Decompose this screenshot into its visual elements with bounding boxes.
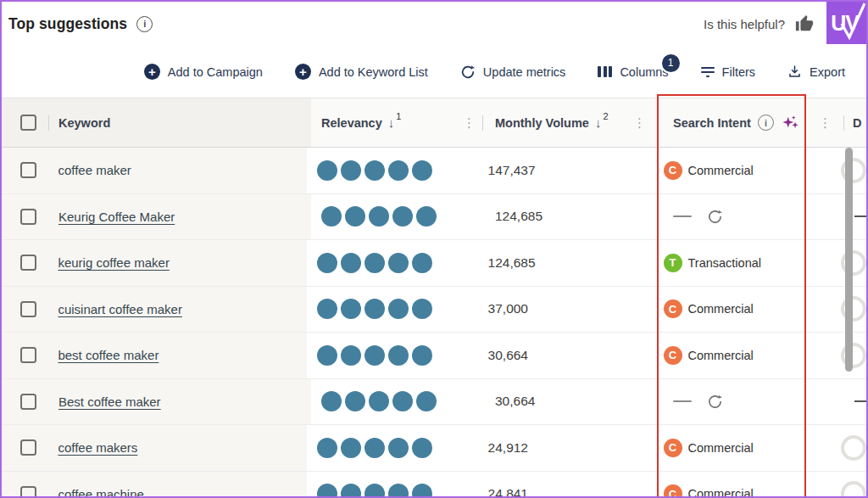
row-checkbox[interactable] <box>20 439 36 456</box>
keyword-header-cell[interactable]: Keyword <box>51 98 311 147</box>
relevancy-dots <box>317 299 432 319</box>
relevancy-cell <box>311 194 483 240</box>
sort-descending-icon[interactable] <box>388 115 395 130</box>
relevancy-dot <box>317 438 337 458</box>
add-to-keyword-list-button[interactable]: Add to Keyword List <box>295 64 428 80</box>
relevancy-dot <box>345 206 365 227</box>
add-to-campaign-button[interactable]: Add to Campaign <box>144 64 263 80</box>
partial-next-cell <box>793 148 866 193</box>
column-divider <box>48 115 49 131</box>
row-select-cell <box>2 148 50 193</box>
intent-badge-icon: C <box>664 439 682 457</box>
row-checkbox[interactable] <box>20 255 36 271</box>
search-intent-cell: C Commercial <box>648 425 794 471</box>
keyword-text[interactable]: Keurig Coffee Maker <box>58 210 175 224</box>
monthly-volume-header-cell[interactable]: Monthly Volume 2 <box>483 98 658 147</box>
partial-next-cell <box>805 379 866 425</box>
search-intent-header-cell[interactable]: Search Intent <box>658 98 805 147</box>
relevancy-dots <box>317 253 432 273</box>
page-title: Top suggestions <box>8 15 127 33</box>
export-label: Export <box>810 65 845 79</box>
keyword-header-label: Keyword <box>58 116 110 130</box>
columns-button[interactable]: Columns 1 <box>598 65 668 79</box>
relevancy-dots <box>321 206 437 227</box>
info-icon[interactable] <box>136 16 153 32</box>
partial-next-cell <box>793 472 866 498</box>
keyword-text[interactable]: best coffee maker <box>58 348 159 362</box>
relevancy-cell <box>307 472 476 498</box>
dash-icon <box>854 215 866 217</box>
relevancy-dot <box>392 206 413 227</box>
keyword-cell: coffee makers <box>50 425 306 471</box>
relevancy-dot <box>388 438 409 458</box>
columns-count-badge: 1 <box>660 53 682 74</box>
keyword-cell: coffee machine <box>50 472 306 498</box>
dash-icon <box>673 400 692 402</box>
filters-label: Filters <box>722 65 755 79</box>
row-checkbox[interactable] <box>20 162 36 178</box>
partial-next-cell <box>805 194 866 240</box>
relevancy-cell <box>307 425 476 471</box>
keyword-table: Keyword Relevancy 1 Monthly Volume 2 Sea… <box>2 98 866 498</box>
column-menu-icon[interactable] <box>819 115 832 131</box>
checkmark-icon <box>837 2 865 44</box>
keyword-text[interactable]: coffee makers <box>58 440 137 455</box>
monthly-volume-header-label: Monthly Volume <box>495 116 589 130</box>
column-menu-icon[interactable] <box>463 115 476 131</box>
partial-next-cell <box>793 287 866 333</box>
relevancy-dot <box>317 160 337 181</box>
relevancy-dot <box>341 253 361 273</box>
sort-descending-icon[interactable] <box>595 115 602 130</box>
monthly-volume-value: 24,841 <box>488 486 528 498</box>
top-bar: Top suggestions Is this helpful? UV <box>2 2 866 46</box>
keyword-text[interactable]: coffee machine <box>58 487 143 498</box>
keyword-text[interactable]: keurig coffee maker <box>58 255 169 270</box>
filters-button[interactable]: Filters <box>701 65 755 79</box>
intent-value: C Commercial <box>664 161 754 180</box>
monthly-volume-value: 30,664 <box>488 348 528 363</box>
table-row: coffee makers 24,912 C Commercial <box>2 425 866 472</box>
search-intent-cell <box>658 194 805 240</box>
search-intent-cell: C Commercial <box>648 333 794 378</box>
update-metrics-button[interactable]: Update metrics <box>460 64 566 80</box>
relevancy-dot <box>412 345 432 366</box>
monthly-volume-cell: 124,685 <box>476 240 648 286</box>
relevancy-dot <box>364 160 385 181</box>
row-checkbox[interactable] <box>20 394 36 410</box>
row-checkbox[interactable] <box>20 209 36 225</box>
keyword-text[interactable]: cuisinart coffee maker <box>58 302 181 316</box>
table-body: coffee maker 147,437 C Commercial <box>2 148 866 498</box>
intent-value: C Commercial <box>664 299 754 318</box>
thumbs-up-icon[interactable] <box>795 14 814 33</box>
intent-badge-icon: C <box>664 299 682 318</box>
row-checkbox[interactable] <box>20 486 36 498</box>
plus-circle-icon <box>144 64 160 80</box>
intent-value: C Commercial <box>664 484 754 498</box>
dash-icon <box>673 215 692 217</box>
columns-icon <box>598 66 612 77</box>
keyword-text[interactable]: Best coffee maker <box>58 394 161 409</box>
relevancy-cell <box>307 287 476 333</box>
export-button[interactable]: Export <box>787 64 845 79</box>
relevancy-dot <box>369 206 389 227</box>
monthly-volume-cell: 124,685 <box>483 194 658 240</box>
relevancy-dot <box>341 345 361 366</box>
vertical-scrollbar[interactable] <box>845 148 853 372</box>
column-menu-icon[interactable] <box>633 115 646 131</box>
refresh-icon[interactable] <box>707 209 723 225</box>
update-metrics-label: Update metrics <box>483 65 566 79</box>
monthly-volume-cell: 37,000 <box>476 287 648 333</box>
row-checkbox[interactable] <box>20 301 36 317</box>
keyword-cell: best coffee maker <box>50 333 306 378</box>
partial-next-cell <box>793 333 866 378</box>
relevancy-header-cell[interactable]: Relevancy 1 <box>311 98 483 147</box>
relevancy-dot <box>388 299 409 319</box>
row-checkbox[interactable] <box>20 347 36 363</box>
search-intent-header-label: Search Intent <box>673 116 751 130</box>
table-row: cuisinart coffee maker 37,000 C Commerci… <box>2 287 866 333</box>
relevancy-dot <box>321 391 342 411</box>
select-all-checkbox[interactable] <box>20 115 36 131</box>
next-column-header-cell[interactable]: D <box>805 98 866 147</box>
refresh-icon[interactable] <box>707 394 723 410</box>
info-icon[interactable] <box>758 115 774 131</box>
